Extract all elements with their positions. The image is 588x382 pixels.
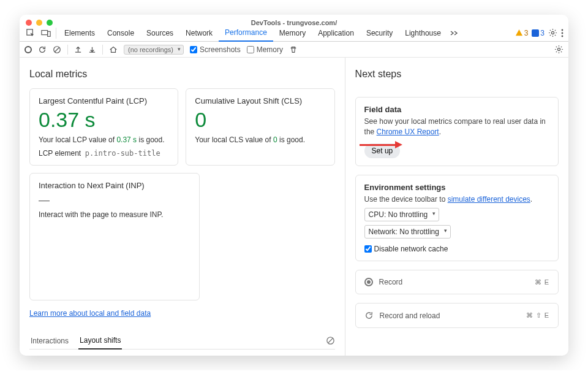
tab-application[interactable]: Application bbox=[312, 25, 360, 41]
lcp-value: 0.37 s bbox=[39, 108, 169, 132]
device-toolbar-icon[interactable] bbox=[38, 25, 54, 41]
home-icon[interactable] bbox=[109, 45, 118, 54]
inspect-icon[interactable] bbox=[22, 25, 38, 41]
memory-checkbox[interactable]: Memory bbox=[247, 45, 283, 54]
cpu-throttle-select[interactable]: CPU: No throttling bbox=[364, 208, 440, 221]
cls-title: Cumulative Layout Shift (CLS) bbox=[195, 96, 325, 105]
reload-icon-small bbox=[364, 311, 374, 320]
tab-elements[interactable]: Elements bbox=[58, 25, 101, 41]
screenshots-checkbox[interactable]: Screenshots bbox=[190, 45, 241, 54]
svg-point-9 bbox=[557, 48, 560, 50]
env-text: Use the device toolbar to simulate diffe… bbox=[364, 194, 549, 205]
crux-link[interactable]: Chrome UX Report bbox=[377, 128, 439, 136]
simulate-devices-link[interactable]: simulate different devices bbox=[448, 195, 530, 204]
clear-subtab-icon[interactable] bbox=[326, 336, 335, 345]
traffic-light-zoom[interactable] bbox=[47, 20, 53, 26]
settings-icon[interactable] bbox=[548, 28, 557, 37]
record-label: Record bbox=[379, 278, 403, 286]
tab-network[interactable]: Network bbox=[179, 25, 219, 41]
field-data-panel: Field data See how your local metrics co… bbox=[355, 97, 559, 166]
garbage-collect-icon[interactable] bbox=[289, 45, 298, 54]
record-reload-row[interactable]: Record and reload ⌘ ⇧ E bbox=[355, 303, 559, 328]
inp-value: — bbox=[39, 194, 190, 207]
svg-point-4 bbox=[551, 31, 554, 34]
traffic-light-close[interactable] bbox=[26, 20, 32, 26]
inp-card: Interaction to Next Paint (INP) — Intera… bbox=[29, 173, 200, 300]
subtabs: Interactions Layout shifts bbox=[29, 332, 335, 350]
tab-memory[interactable]: Memory bbox=[273, 25, 312, 41]
record-row[interactable]: Record ⌘ E bbox=[355, 270, 559, 294]
disable-cache-checkbox[interactable]: Disable network cache bbox=[364, 245, 549, 253]
window-titlebar: DevTools - trungvose.com/ bbox=[20, 15, 568, 25]
svg-rect-2 bbox=[48, 31, 50, 36]
tab-lighthouse[interactable]: Lighthouse bbox=[399, 25, 447, 41]
learn-more-link[interactable]: Learn more about local and field data bbox=[29, 309, 151, 318]
setup-button[interactable]: Set up bbox=[364, 143, 401, 158]
cls-desc: Your local CLS value of 0 is good. bbox=[195, 136, 325, 144]
svg-rect-1 bbox=[42, 30, 48, 34]
svg-rect-3 bbox=[532, 29, 539, 37]
local-metrics-heading: Local metrics bbox=[29, 69, 335, 80]
record-reload-shortcut: ⌘ ⇧ E bbox=[526, 311, 549, 319]
subtab-layout-shifts[interactable]: Layout shifts bbox=[78, 332, 122, 350]
recordings-select[interactable]: (no recordings) bbox=[124, 45, 184, 55]
field-data-title: Field data bbox=[364, 105, 549, 114]
tab-security[interactable]: Security bbox=[360, 25, 399, 41]
svg-point-5 bbox=[562, 29, 564, 31]
subtab-interactions[interactable]: Interactions bbox=[29, 333, 70, 349]
save-profile-icon[interactable] bbox=[88, 45, 96, 53]
record-reload-label: Record and reload bbox=[380, 311, 440, 320]
svg-point-6 bbox=[562, 32, 564, 34]
next-steps-heading: Next steps bbox=[355, 69, 559, 80]
lcp-element-selector[interactable]: p.intro-sub-title bbox=[85, 149, 160, 158]
record-icon[interactable] bbox=[24, 46, 32, 53]
kebab-menu-icon[interactable] bbox=[561, 29, 564, 37]
field-data-text: See how your local metrics compare to re… bbox=[364, 117, 549, 137]
cls-value: 0 bbox=[195, 108, 325, 132]
tab-console[interactable]: Console bbox=[101, 25, 140, 41]
record-shortcut: ⌘ E bbox=[535, 278, 549, 286]
network-throttle-select[interactable]: Network: No throttling bbox=[364, 225, 451, 239]
capture-settings-icon[interactable] bbox=[554, 45, 564, 54]
svg-point-7 bbox=[562, 35, 564, 37]
tab-sources[interactable]: Sources bbox=[140, 25, 179, 41]
clear-icon[interactable] bbox=[53, 45, 61, 54]
issues-count: 3 bbox=[540, 29, 545, 37]
env-panel: Environment settings Use the device tool… bbox=[355, 175, 559, 262]
record-dot-icon bbox=[364, 278, 373, 286]
warnings-badge[interactable]: 3 bbox=[515, 29, 529, 37]
tab-performance[interactable]: Performance bbox=[219, 25, 273, 42]
load-profile-icon[interactable] bbox=[74, 45, 82, 53]
more-tabs-icon[interactable] bbox=[447, 25, 461, 41]
cls-card: Cumulative Layout Shift (CLS) 0 Your loc… bbox=[186, 88, 334, 166]
lcp-element-row: LCP element p.intro-sub-title bbox=[39, 149, 169, 158]
env-title: Environment settings bbox=[364, 183, 549, 192]
lcp-card: Largest Contentful Paint (LCP) 0.37 s Yo… bbox=[29, 88, 178, 166]
traffic-light-minimize[interactable] bbox=[36, 20, 42, 26]
devtools-tabs: Elements Console Sources Network Perform… bbox=[20, 25, 568, 42]
lcp-title: Largest Contentful Paint (LCP) bbox=[39, 96, 169, 105]
issues-badge[interactable]: 3 bbox=[532, 29, 545, 37]
lcp-desc: Your local LCP value of 0.37 s is good. bbox=[39, 136, 169, 144]
inp-title: Interaction to Next Paint (INP) bbox=[39, 181, 190, 190]
inp-desc: Interact with the page to measure INP. bbox=[39, 210, 190, 219]
reload-icon[interactable] bbox=[38, 45, 47, 54]
performance-toolbar: (no recordings) Screenshots Memory bbox=[20, 42, 568, 58]
warnings-count: 3 bbox=[524, 29, 529, 37]
